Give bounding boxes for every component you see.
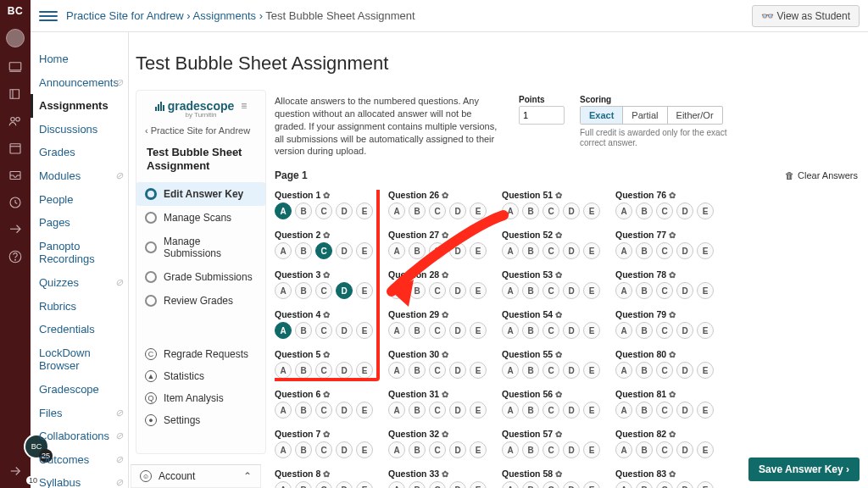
bubble-b[interactable]: B [295,282,312,299]
bubble-b[interactable]: B [409,242,426,259]
scoring-exact[interactable]: Exact [581,107,623,124]
tool-regrade-requests[interactable]: CRegrade Requests [136,343,265,365]
bubble-e[interactable]: E [356,362,373,379]
bubble-a[interactable]: A [388,402,405,419]
account-section[interactable]: ☺ Account ⌃ [131,464,261,488]
bubble-a[interactable]: A [615,481,632,488]
bubble-b[interactable]: B [295,362,312,379]
bubble-b[interactable]: B [409,441,426,458]
bubble-a[interactable]: A [615,242,632,259]
gear-icon[interactable]: ✿ [442,390,448,399]
institution-logo[interactable]: BC [8,5,23,17]
bubble-e[interactable]: E [697,322,714,339]
bubble-d[interactable]: D [676,242,693,259]
bubble-b[interactable]: B [636,441,653,458]
clear-answers-button[interactable]: 🗑Clear Answers [785,170,858,180]
bubble-e[interactable]: E [697,242,714,259]
gear-icon[interactable]: ✿ [555,270,562,280]
bubble-a[interactable]: A [275,402,292,419]
bubble-e[interactable]: E [356,481,373,488]
help-icon-wrap[interactable]: 10 [8,249,23,267]
bubble-b[interactable]: B [636,242,653,259]
gear-icon[interactable]: ✿ [555,191,562,200]
bubble-a[interactable]: A [615,362,632,379]
coursenav-home[interactable]: Home [31,47,128,71]
dashboard-icon[interactable] [8,59,23,75]
bubble-c[interactable]: C [429,242,446,259]
step-review-grades[interactable]: Review Grades [136,289,265,313]
bubble-a[interactable]: A [388,242,405,259]
bubble-e[interactable]: E [470,282,487,299]
bubble-c[interactable]: C [656,282,673,299]
bubble-b[interactable]: B [522,402,539,419]
bubble-d[interactable]: D [563,282,580,299]
bubble-e[interactable]: E [697,481,714,488]
bubble-e[interactable]: E [356,282,373,299]
bubble-a[interactable]: A [275,322,292,339]
bubble-a[interactable]: A [502,202,519,219]
bubble-c[interactable]: C [429,362,446,379]
bubble-c[interactable]: C [315,402,332,419]
account-avatar[interactable] [6,29,25,47]
gear-icon[interactable]: ✿ [669,191,676,200]
step-grade-submissions[interactable]: Grade Submissions [136,265,265,289]
bubble-d[interactable]: D [563,441,580,458]
bubble-d[interactable]: D [336,481,353,488]
bubble-e[interactable]: E [697,441,714,458]
groups-icon[interactable] [8,114,23,129]
view-as-student-button[interactable]: 👓 View as Student [752,5,860,27]
coursenav-syllabus[interactable]: Syllabus⊘ [31,471,128,488]
bubble-d[interactable]: D [449,242,466,259]
bubble-e[interactable]: E [697,402,714,419]
gear-icon[interactable]: ✿ [669,230,676,240]
bubble-d[interactable]: D [336,362,353,379]
bubble-a[interactable]: A [615,441,632,458]
courses-icon[interactable] [8,86,23,102]
bubble-a[interactable]: A [275,362,292,379]
bubble-c[interactable]: C [542,441,559,458]
panel-menu-icon[interactable]: ≡ [241,100,247,112]
bubble-c[interactable]: C [656,362,673,379]
bubble-e[interactable]: E [470,202,487,219]
coursenav-lockdown-browser[interactable]: LockDown Browser [31,341,128,378]
scoring-partial[interactable]: Partial [623,107,667,124]
coursenav-people[interactable]: People [31,188,128,212]
bubble-e[interactable]: E [470,362,487,379]
bubble-c[interactable]: C [656,402,673,419]
coursenav-outcomes[interactable]: Outcomes⊘ [31,448,128,472]
bubble-b[interactable]: B [636,322,653,339]
bubble-a[interactable]: A [275,242,292,259]
bubble-e[interactable]: E [583,282,600,299]
bubble-b[interactable]: B [409,322,426,339]
gear-icon[interactable]: ✿ [555,430,562,439]
bubble-e[interactable]: E [583,322,600,339]
gear-icon[interactable]: ✿ [323,350,330,359]
bubble-a[interactable]: A [502,362,519,379]
coursenav-collaborations[interactable]: Collaborations⊘ [31,424,128,448]
history-icon[interactable] [8,195,23,210]
bubble-c[interactable]: C [429,322,446,339]
bubble-c[interactable]: C [542,362,559,379]
gear-icon[interactable]: ✿ [555,310,562,319]
bubble-d[interactable]: D [336,242,353,259]
bubble-a[interactable]: A [388,282,405,299]
bubble-c[interactable]: C [656,242,673,259]
bubble-a[interactable]: A [615,282,632,299]
bubble-b[interactable]: B [295,202,312,219]
gear-icon[interactable]: ✿ [555,390,562,399]
gear-icon[interactable]: ✿ [323,430,330,439]
gear-icon[interactable]: ✿ [669,350,676,359]
bubble-b[interactable]: B [522,441,539,458]
coursenav-files[interactable]: Files⊘ [31,402,128,425]
bubble-e[interactable]: E [583,202,600,219]
bubble-a[interactable]: A [615,402,632,419]
bubble-a[interactable]: A [502,282,519,299]
bubble-c[interactable]: C [542,402,559,419]
step-manage-submissions[interactable]: Manage Submissions [136,230,265,265]
bubble-b[interactable]: B [636,282,653,299]
back-link[interactable]: ‹ Practice Site for Andrew [136,119,265,142]
scoring-either[interactable]: Either/Or [668,107,722,124]
bubble-c[interactable]: C [656,481,673,488]
bubble-c[interactable]: C [429,282,446,299]
bubble-b[interactable]: B [522,322,539,339]
